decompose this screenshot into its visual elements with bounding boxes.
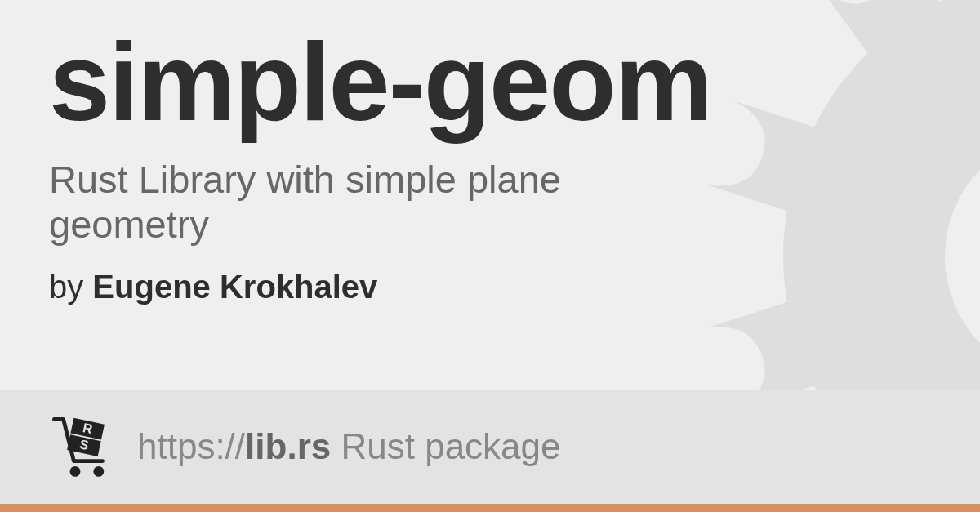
author-line: by Eugene Krokhalev [49, 269, 931, 305]
author-name: Eugene Krokhalev [92, 269, 377, 305]
footer-text: https://lib.rs Rust package [137, 426, 561, 467]
author-prefix: by [49, 269, 92, 305]
svg-point-2 [70, 466, 81, 477]
footer: R S https://lib.rs Rust package [0, 390, 980, 512]
url-domain: lib.rs [245, 426, 331, 466]
package-title: simple-geom [49, 24, 931, 140]
main-content: simple-geom Rust Library with simple pla… [0, 0, 980, 305]
librs-cart-icon: R S [49, 414, 114, 479]
url-prefix: https:// [137, 426, 245, 466]
accent-bar [0, 504, 980, 512]
footer-suffix: Rust package [331, 426, 560, 466]
package-description: Rust Library with simple plane geometry [49, 157, 702, 247]
svg-point-3 [93, 466, 104, 477]
